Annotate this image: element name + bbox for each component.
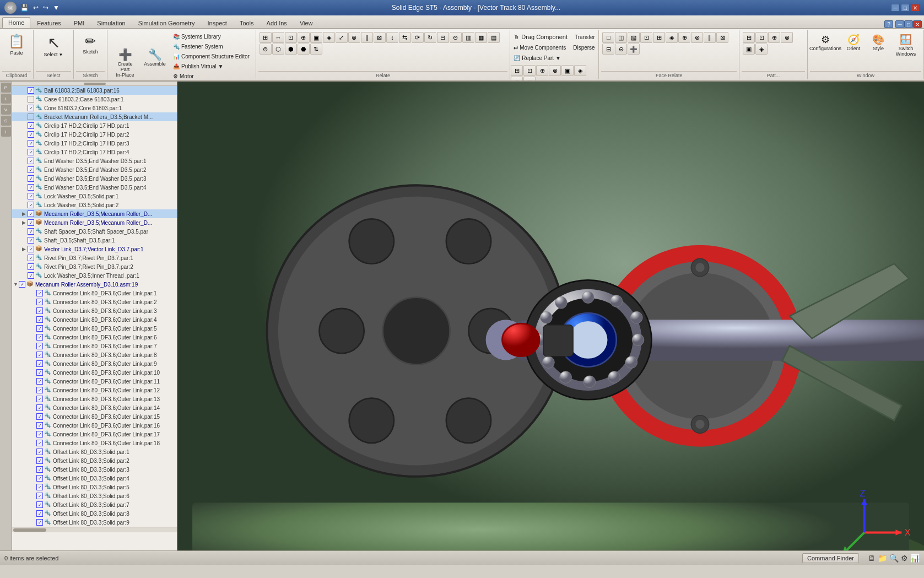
orient-button[interactable]: 🧭 Orient <box>842 32 865 66</box>
tree-checkbox[interactable] <box>36 431 43 437</box>
relate-btn-9[interactable]: ∥ <box>361 32 373 43</box>
face-relate-btn-12[interactable]: ⊝ <box>615 44 627 55</box>
tree-item[interactable]: 🔩Core 61803.2;Core 61803.par:1 <box>12 104 177 112</box>
tree-item[interactable]: 🔩Offset Link 80_D3.3;Solid.par:4 <box>12 474 177 483</box>
tree-checkbox[interactable] <box>36 510 43 517</box>
disperse-button[interactable]: Disperse <box>570 43 597 52</box>
tree-item[interactable]: 🔩Offset Link 80_D3.3;Solid.par:6 <box>12 491 177 500</box>
tree-item[interactable]: 🔩Rivet Pin_D3.7;Rivet Pin_D3.7.par:2 <box>12 262 177 271</box>
status-icon-3[interactable]: 🔍 <box>889 554 899 563</box>
relate-btn-21[interactable]: ⬡ <box>272 44 284 55</box>
sidebar-icon-5[interactable]: I <box>1 127 11 137</box>
relate-btn-3[interactable]: ⊡ <box>285 32 297 43</box>
sidebar-icon-2[interactable]: L <box>1 94 11 104</box>
redo-button[interactable]: ↪ <box>41 3 50 13</box>
tree-checkbox[interactable] <box>28 228 34 235</box>
tree-checkbox[interactable] <box>36 343 43 349</box>
ribbon-close[interactable]: ✕ <box>913 20 922 28</box>
tree-item[interactable]: 🔩Ball 61803.2;Ball 61803.par:16 <box>12 86 177 95</box>
create-part-inplace-button[interactable]: ➕ Create PartIn-Place <box>111 46 139 77</box>
restore-button[interactable]: □ <box>901 4 910 12</box>
tree-expand-icon[interactable]: ▶ <box>22 211 28 217</box>
tree-item[interactable]: ▶📦Vector Link_D3.7;Vector Link_D3.7.par:… <box>12 245 177 253</box>
tree-checkbox[interactable] <box>36 378 43 385</box>
tree-item[interactable]: 🔩Connector Link 80_DF3.6;Outer Link.par:… <box>12 421 177 430</box>
tree-item[interactable]: ▶📦Mecanum Roller_D3.5;Mecanum Roller_D..… <box>12 218 177 227</box>
tree-checkbox[interactable] <box>28 122 34 129</box>
tree-checkbox[interactable] <box>28 255 34 261</box>
tree-expand-icon[interactable]: ▶ <box>22 220 28 225</box>
tree-item[interactable]: 🔩Offset Link 80_D3.3;Solid.par:9 <box>12 518 177 527</box>
tree-item[interactable]: 🔩Offset Link 80_D3.3;Solid.par:7 <box>12 500 177 509</box>
tree-item[interactable]: 🔩Offset Link 80_D3.3;Solid.par:1 <box>12 447 177 456</box>
tab-tools[interactable]: Tools <box>234 18 260 28</box>
tree-item[interactable]: 🔩Circlip 17 HD.2;Circlip 17 HD.par:4 <box>12 148 177 156</box>
tree-checkbox[interactable] <box>28 149 34 155</box>
tree-item[interactable]: 🔩Connector Link 80_DF3.6;Outer Link.par:… <box>12 289 177 298</box>
tree-checkbox[interactable] <box>36 290 43 296</box>
tree-item[interactable]: 🔩End Washer D3.5;End Washer D3.5.par:3 <box>12 174 177 183</box>
tree-item[interactable]: 🔩Connector Link 80_DF3.6;Outer Link.par:… <box>12 342 177 350</box>
tree-checkbox[interactable] <box>28 114 34 120</box>
tree-expand-icon[interactable]: ▼ <box>13 282 19 287</box>
relate-btn-20[interactable]: ⊜ <box>260 44 272 55</box>
relate-btn-23[interactable]: ⬣ <box>298 44 310 55</box>
tree-item[interactable]: ▶📦Mecanum Roller_D3.5;Mecanum Roller_D..… <box>12 209 177 218</box>
tree-item[interactable]: 🔩Connector Link 80_DF3.6;Outer Link.par:… <box>12 298 177 306</box>
tree-checkbox[interactable] <box>28 210 34 217</box>
command-finder-button[interactable]: Command Finder <box>802 553 859 563</box>
tree-checkbox[interactable] <box>36 449 43 455</box>
face-relate-btn-5[interactable]: ⊞ <box>653 32 665 43</box>
tree-item[interactable]: 🔩Connector Link 80_DF3.6;Outer Link.par:… <box>12 377 177 386</box>
tree-item[interactable]: 🔩Connector Link 80_DF3.6;Outer Link.par:… <box>12 315 177 324</box>
modify-btn-3[interactable]: ⊕ <box>536 65 548 76</box>
systems-library-button[interactable]: 📚 Systems Library <box>170 32 252 41</box>
relate-btn-14[interactable]: ↻ <box>424 32 436 43</box>
tree-item[interactable]: 🔩Lock Washer_D3.5;Solid.par:2 <box>12 201 177 209</box>
motor-button[interactable]: ⚙ Motor <box>170 72 252 81</box>
face-relate-btn-11[interactable]: ⊟ <box>602 44 614 55</box>
tree-item[interactable]: 🔩Connector Link 80_DF3.6;Outer Link.par:… <box>12 412 177 421</box>
transfer-button[interactable]: Transfer <box>572 33 598 42</box>
patt-btn-6[interactable]: ◈ <box>755 44 768 55</box>
face-relate-btn-4[interactable]: ⊡ <box>640 32 652 43</box>
tree-checkbox[interactable] <box>28 131 34 138</box>
configurations-button[interactable]: ⚙ Configurations <box>811 32 840 66</box>
relate-btn-1[interactable]: ⊞ <box>260 32 272 43</box>
tree-item[interactable]: 🔩Offset Link 80_D3.3;Solid.par:5 <box>12 483 177 491</box>
publish-virtual-button[interactable]: 📤 Publish Virtual ▼ <box>170 62 252 71</box>
tree-item[interactable]: 🔩Shaft_D3.5;Shaft_D3.5.par:1 <box>12 236 177 245</box>
tree-checkbox[interactable] <box>36 325 43 332</box>
close-button[interactable]: ✕ <box>911 4 920 12</box>
tree-expand-icon[interactable]: ▶ <box>22 246 28 252</box>
modify-btn-5[interactable]: ▣ <box>561 65 574 76</box>
style-button[interactable]: 🎨 Style <box>867 32 889 66</box>
face-relate-btn-1[interactable]: □ <box>602 32 614 43</box>
tree-checkbox[interactable] <box>28 263 34 270</box>
status-icon-4[interactable]: ⚙ <box>901 554 908 563</box>
viewport-3d[interactable]: X Z Y <box>177 82 924 550</box>
tab-features[interactable]: Features <box>31 18 67 28</box>
tree-item[interactable]: 🔩Offset Link 80_D3.3;Solid.par:8 <box>12 509 177 518</box>
status-icon-5[interactable]: 📊 <box>910 554 920 563</box>
patt-btn-2[interactable]: ⊡ <box>755 32 768 43</box>
tree-item[interactable]: 🔩End Washer D3.5;End Washer D3.5.par:4 <box>12 183 177 192</box>
ribbon-help[interactable]: ? <box>884 20 893 28</box>
tab-home[interactable]: Home <box>2 17 30 28</box>
relate-btn-4[interactable]: ⊕ <box>298 32 310 43</box>
relate-btn-6[interactable]: ◈ <box>323 32 335 43</box>
relate-btn-7[interactable]: ⤢ <box>336 32 348 43</box>
tree-checkbox[interactable] <box>28 219 34 226</box>
tree-checkbox[interactable] <box>28 237 34 244</box>
tree-item[interactable]: 🔩Circlip 17 HD.2;Circlip 17 HD.par:1 <box>12 121 177 130</box>
tab-view[interactable]: View <box>294 18 319 28</box>
face-relate-btn-7[interactable]: ⊕ <box>678 32 690 43</box>
tree-checkbox[interactable] <box>36 307 43 314</box>
paste-button[interactable]: 📋 Paste <box>3 32 30 66</box>
tree-checkbox[interactable] <box>28 184 34 191</box>
sidebar-icon-1[interactable]: P <box>1 83 11 93</box>
tree-checkbox[interactable] <box>36 360 43 367</box>
tree-checkbox[interactable] <box>36 422 43 429</box>
tab-add-ins[interactable]: Add Ins <box>261 18 293 28</box>
tree-item[interactable]: 🔩Connector Link 80_DF3.6;Outer Link.par:… <box>12 359 177 368</box>
